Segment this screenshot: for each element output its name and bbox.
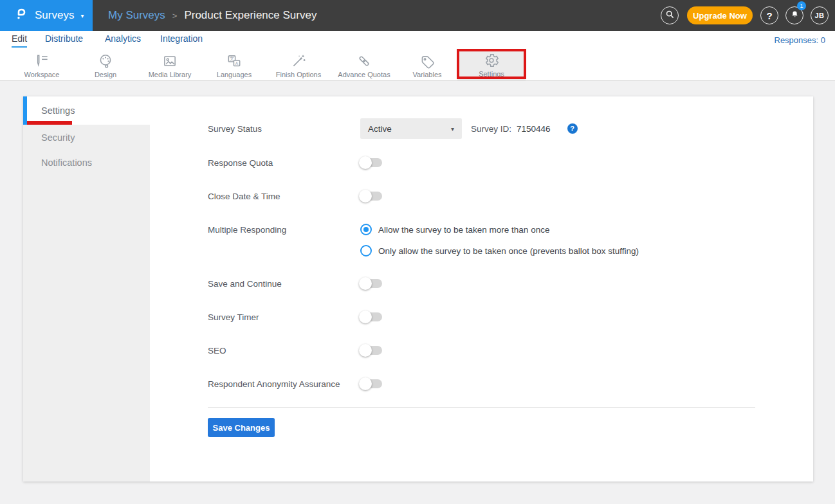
search-button[interactable] bbox=[661, 6, 679, 24]
tab-integration[interactable]: Integration bbox=[160, 33, 203, 44]
search-icon bbox=[665, 9, 675, 22]
breadcrumb: My Surveys > Product Experience Survey bbox=[108, 0, 317, 31]
wand-icon bbox=[290, 53, 307, 69]
survey-id-label: Survey ID: bbox=[471, 124, 511, 134]
toggle-knob bbox=[359, 310, 372, 323]
seo-toggle[interactable] bbox=[360, 346, 382, 355]
multiple-responding-option2-row: Only allow the survey to be taken once (… bbox=[208, 244, 639, 257]
multiple-responding-label: Multiple Responding bbox=[208, 225, 360, 235]
toolbar-item-label: Finish Options bbox=[276, 71, 321, 78]
settings-card: Settings Security Notifications Survey S… bbox=[23, 96, 813, 482]
toolbar-item-label: Media Library bbox=[149, 71, 192, 78]
tab-edit[interactable]: Edit bbox=[12, 33, 27, 48]
chevron-down-icon: ▾ bbox=[451, 125, 454, 132]
toolbar-item-media-library[interactable]: Media Library bbox=[138, 53, 202, 78]
survey-status-row: Survey Status Active ▾ Survey ID: 715044… bbox=[208, 118, 578, 139]
survey-timer-toggle[interactable] bbox=[360, 312, 382, 321]
form-divider bbox=[208, 407, 755, 408]
toolbar-item-label: Languages bbox=[217, 71, 252, 78]
respondent-anonymity-row: Respondent Anonymity Assurance bbox=[208, 377, 382, 390]
palette-icon bbox=[97, 53, 114, 69]
toolbar-item-finish-options[interactable]: Finish Options bbox=[266, 53, 331, 78]
tab-distribute[interactable]: Distribute bbox=[45, 33, 83, 44]
question-mark-icon: ? bbox=[766, 10, 772, 21]
toggle-knob bbox=[359, 190, 372, 203]
bell-icon bbox=[790, 10, 800, 22]
workspace-icon bbox=[33, 53, 50, 69]
svg-text:A: A bbox=[235, 61, 239, 66]
radio-allow-multiple[interactable] bbox=[360, 224, 372, 235]
toolbar-item-label: Workspace bbox=[24, 71, 60, 78]
response-quota-row: Response Quota bbox=[208, 156, 382, 169]
respondent-anonymity-toggle[interactable] bbox=[360, 379, 382, 388]
chevron-down-icon: ▾ bbox=[80, 12, 84, 19]
toolbar-item-settings[interactable]: Settings bbox=[459, 52, 524, 78]
toggle-knob bbox=[359, 377, 372, 390]
product-menu-label: Surveys bbox=[35, 9, 74, 22]
questionpro-app: Surveys ▾ My Surveys > Product Experienc… bbox=[0, 0, 835, 504]
radio-only-once-label: Only allow the survey to be taken once (… bbox=[378, 246, 639, 256]
response-quota-toggle[interactable] bbox=[360, 158, 382, 167]
toolbar-item-design[interactable]: Design bbox=[73, 53, 138, 78]
toolbar-item-variables[interactable]: Variables bbox=[395, 53, 459, 78]
notification-badge: 1 bbox=[797, 1, 806, 10]
close-date-time-toggle[interactable] bbox=[360, 192, 382, 201]
save-and-continue-label: Save and Continue bbox=[208, 279, 360, 289]
respondent-anonymity-label: Respondent Anonymity Assurance bbox=[208, 379, 360, 389]
content-area: Settings Security Notifications Survey S… bbox=[0, 81, 835, 504]
toggle-knob bbox=[359, 344, 372, 357]
survey-status-value: Active bbox=[368, 124, 392, 134]
save-changes-button[interactable]: Save Changes bbox=[208, 418, 275, 437]
survey-status-select[interactable]: Active ▾ bbox=[360, 118, 462, 139]
image-icon bbox=[161, 53, 178, 69]
response-quota-label: Response Quota bbox=[208, 158, 360, 168]
toolbar-item-label: Design bbox=[95, 71, 116, 78]
translate-icon: 文 A bbox=[226, 53, 243, 69]
radio-only-once[interactable] bbox=[360, 245, 372, 256]
settings-sidebar: Settings Security Notifications bbox=[23, 96, 150, 482]
save-and-continue-row: Save and Continue bbox=[208, 277, 382, 290]
toolbar-item-languages[interactable]: 文 A Languages bbox=[202, 53, 266, 78]
edit-toolbar: Workspace Design bbox=[0, 50, 835, 81]
close-date-time-row: Close Date & Time bbox=[208, 190, 382, 203]
toolbar-item-label: Variables bbox=[412, 71, 441, 78]
survey-status-label: Survey Status bbox=[208, 124, 360, 134]
breadcrumb-separator: > bbox=[172, 11, 178, 21]
questionpro-logo-icon bbox=[14, 6, 30, 24]
sidebar-item-label: Notifications bbox=[41, 158, 92, 168]
help-button[interactable]: ? bbox=[760, 6, 778, 24]
upgrade-now-button[interactable]: Upgrade Now bbox=[687, 6, 753, 24]
save-and-continue-toggle[interactable] bbox=[360, 279, 382, 288]
top-bar: Surveys ▾ My Surveys > Product Experienc… bbox=[0, 0, 835, 31]
toolbar-item-label: Settings bbox=[479, 70, 504, 78]
responses-count: Responses: 0 bbox=[775, 35, 826, 45]
close-date-time-label: Close Date & Time bbox=[208, 192, 360, 201]
survey-timer-label: Survey Timer bbox=[208, 312, 360, 322]
breadcrumb-my-surveys[interactable]: My Surveys bbox=[108, 9, 165, 22]
sidebar-item-label: Security bbox=[41, 132, 75, 143]
toolbar-item-workspace[interactable]: Workspace bbox=[10, 53, 74, 78]
seo-row: SEO bbox=[208, 344, 382, 357]
chain-link-icon bbox=[356, 53, 372, 69]
gear-icon bbox=[483, 52, 500, 69]
sidebar-item-security[interactable]: Security bbox=[23, 125, 150, 150]
section-tabs: Edit Distribute Analytics Integration Re… bbox=[0, 31, 835, 50]
toggle-knob bbox=[359, 156, 372, 169]
sidebar-item-settings[interactable]: Settings bbox=[23, 96, 150, 125]
toolbar-item-advance-quotas[interactable]: Advance Quotas bbox=[332, 53, 396, 78]
multiple-responding-row: Multiple Responding Allow the survey to … bbox=[208, 223, 549, 236]
help-icon[interactable]: ? bbox=[567, 123, 578, 134]
toggle-knob bbox=[359, 277, 372, 290]
page-title: Product Experience Survey bbox=[184, 9, 317, 22]
sidebar-item-notifications[interactable]: Notifications bbox=[23, 150, 150, 175]
product-menu[interactable]: Surveys ▾ bbox=[0, 0, 93, 31]
avatar-initials: JB bbox=[814, 12, 824, 19]
sidebar-item-label: Settings bbox=[41, 105, 75, 116]
seo-label: SEO bbox=[208, 346, 360, 356]
survey-timer-row: Survey Timer bbox=[208, 310, 382, 323]
toolbar-item-label: Advance Quotas bbox=[338, 71, 390, 78]
survey-id-value: 7150446 bbox=[517, 124, 551, 134]
avatar[interactable]: JB bbox=[811, 6, 829, 24]
tab-analytics[interactable]: Analytics bbox=[105, 33, 141, 44]
tag-icon bbox=[419, 53, 436, 69]
